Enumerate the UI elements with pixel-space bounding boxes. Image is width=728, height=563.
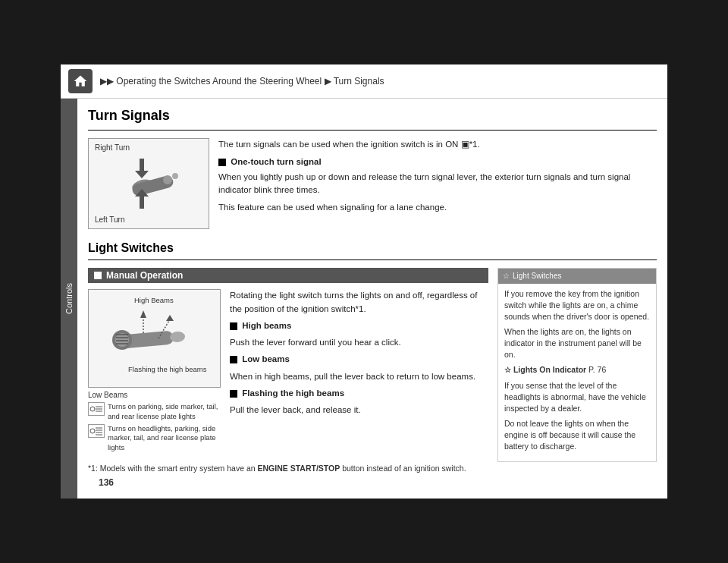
- sidebar-ref-page: P. 76: [588, 365, 606, 374]
- footnote-text: *1: Models with the smart entry system h…: [88, 464, 256, 473]
- low-beams-text: When in high beams, pull the lever back …: [230, 370, 488, 383]
- turn-signals-divider: [88, 130, 657, 131]
- left-turn-label: Left Turn: [95, 215, 124, 224]
- rotating-text: Rotating the light switch turns the ligh…: [230, 289, 488, 316]
- left-sidebar-tab: Controls: [61, 99, 77, 498]
- sidebar-note-header-text: Light Switches: [513, 271, 561, 282]
- high-beams-para: High beams: [230, 319, 488, 332]
- svg-marker-15: [140, 310, 146, 318]
- breadcrumb: ▶▶ Operating the Switches Around the Ste…: [100, 76, 384, 86]
- low-beams-label: Low Beams: [88, 391, 221, 399]
- sidebar-ref-label: Lights On Indicator: [513, 365, 586, 374]
- bullet-flash: [230, 390, 237, 398]
- turn-signals-section: Turn Signals Right Turn: [88, 108, 657, 229]
- headlight-icon-svg: [89, 426, 103, 436]
- light-switches-divider: [88, 259, 657, 260]
- flashing-text: Pull the lever back, and release it.: [230, 404, 488, 417]
- parking-icon-svg: [89, 404, 103, 414]
- svg-marker-17: [166, 315, 174, 321]
- turn-signals-content: Right Turn: [88, 138, 657, 229]
- sidebar-note-header-icon: ☆: [503, 271, 510, 282]
- sidebar-p4: Do not leave the lights on when the engi…: [504, 418, 650, 451]
- headlights-icon: [88, 424, 105, 438]
- top-bar: ▶▶ Operating the Switches Around the Ste…: [61, 64, 667, 99]
- content-area: Turn Signals Right Turn: [77, 99, 667, 498]
- breadcrumb-part1: Operating the Switches Around the Steeri…: [116, 76, 322, 86]
- high-beams-text: Push the lever forward until you hear a …: [230, 336, 488, 349]
- light-switches-title: Light Switches: [88, 241, 657, 255]
- light-left-col: Manual Operation High Beams: [88, 268, 488, 490]
- manual-op-square: [94, 272, 102, 279]
- turn-intro: The turn signals can be used when the ig…: [218, 138, 657, 151]
- bullet-square: [218, 159, 226, 166]
- flashing-image-label: Flashing the high beams: [128, 365, 207, 373]
- icon2-text: Turns on headlights, parking, side marke…: [108, 424, 221, 452]
- right-turn-label: Right Turn: [95, 143, 130, 152]
- turn-lever-svg: [111, 157, 187, 210]
- sidebar-ref: ☆ Lights On Indicator P. 76: [504, 364, 650, 376]
- svg-point-3: [163, 175, 172, 184]
- svg-point-4: [172, 173, 178, 179]
- svg-point-18: [90, 407, 95, 411]
- home-icon: [73, 74, 88, 89]
- high-beams-image-label: High Beams: [134, 296, 174, 304]
- footnote-text2: button instead of an ignition switch.: [342, 464, 466, 473]
- turn-signals-title: Turn Signals: [88, 108, 657, 124]
- center-content: Turn Signals Right Turn: [77, 99, 667, 498]
- bullet-lb: [230, 356, 237, 363]
- sidebar-p1: If you remove the key from the ignition …: [504, 288, 650, 322]
- light-switches-two-col: Manual Operation High Beams: [88, 268, 657, 490]
- icon1-text: Turns on parking, side marker, tail, and…: [108, 402, 221, 421]
- light-switches-body: High Beams: [88, 289, 488, 455]
- footnote-bold: ENGINE START/STOP: [258, 464, 340, 473]
- manual-op-label: Manual Operation: [106, 270, 183, 281]
- light-lever-svg: [105, 304, 204, 373]
- breadcrumb-arrows: ▶▶: [100, 76, 114, 86]
- icon-row-2: Turns on headlights, parking, side marke…: [88, 424, 221, 452]
- light-lever-image: High Beams: [88, 289, 221, 388]
- sidebar-note-body: If you remove the key from the ignition …: [498, 284, 656, 461]
- turn-sub1-label: One-touch turn signal: [231, 157, 321, 166]
- sidebar-note-header: ☆ Light Switches: [498, 269, 656, 284]
- flashing-para: Flashing the high beams: [230, 387, 488, 400]
- turn-extra: This feature can be used when signaling …: [218, 201, 657, 214]
- icon-row-1: Turns on parking, side marker, tail, and…: [88, 402, 221, 421]
- light-image-area: High Beams: [88, 289, 221, 455]
- svg-point-22: [90, 429, 95, 433]
- turn-sub1: One-touch turn signal: [218, 156, 657, 168]
- manual-op-header: Manual Operation: [88, 268, 488, 283]
- main-content: Controls Turn Signals Right Turn: [61, 99, 667, 498]
- parking-lights-icon: [88, 402, 105, 416]
- sidebar-tab-label: Controls: [64, 283, 74, 314]
- page-container: ▶▶ Operating the Switches Around the Ste…: [61, 64, 667, 498]
- turn-signals-text: The turn signals can be used when the ig…: [218, 138, 657, 229]
- sidebar-p2: When the lights are on, the lights on in…: [504, 326, 650, 360]
- svg-marker-0: [135, 159, 149, 178]
- turn-signals-image: Right Turn: [88, 138, 209, 229]
- low-beams-text-label: Low beams: [242, 354, 290, 363]
- sidebar-note: ☆ Light Switches If you remove the key f…: [497, 268, 657, 461]
- home-icon-box[interactable]: [68, 69, 93, 93]
- turn-sub1-text: When you lightly push up or down and rel…: [218, 171, 657, 197]
- breadcrumb-part2: Turn Signals: [334, 76, 384, 86]
- page-number: 136: [88, 474, 488, 491]
- light-text-area: Rotating the light switch turns the ligh…: [230, 289, 488, 455]
- flashing-label: Flashing the high beams: [242, 388, 344, 398]
- sidebar-ref-icon: ☆: [504, 366, 511, 374]
- footnote-area: *1: Models with the smart entry system h…: [88, 463, 488, 474]
- breadcrumb-arrow2: ▶: [325, 76, 331, 86]
- bullet-hb: [230, 322, 237, 330]
- low-beams-para: Low beams: [230, 353, 488, 366]
- sidebar-p3: If you sense that the level of the headl…: [504, 380, 650, 414]
- light-switches-section: Light Switches Manual Operation: [88, 241, 657, 490]
- high-beams-label: High beams: [242, 321, 291, 330]
